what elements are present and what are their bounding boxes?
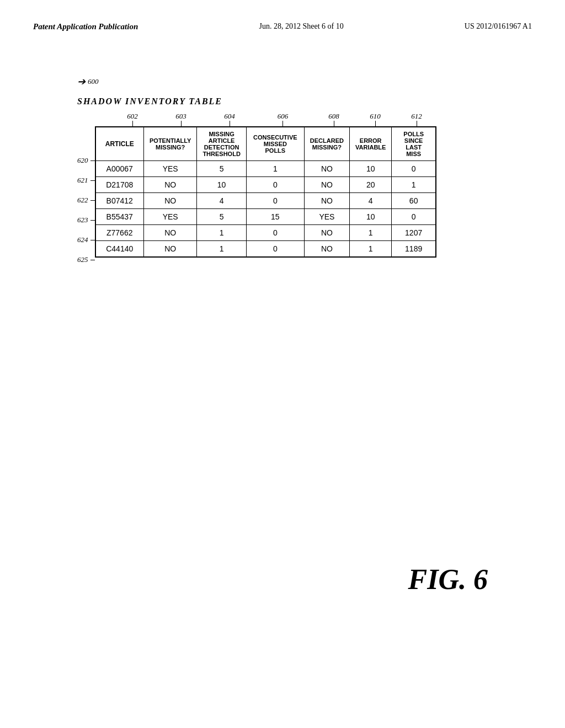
- header-potentially-missing: POTENTIALLYMISSING?: [144, 127, 197, 161]
- header-center: Jun. 28, 2012 Sheet 6 of 10: [259, 22, 343, 31]
- outer-ref-label: 600: [88, 77, 99, 86]
- cell-consecutive-2: 0: [246, 193, 304, 209]
- row-label-625: 625: [77, 250, 90, 270]
- cell-error-3: 10: [349, 209, 391, 225]
- header-consecutive: CONSECUTIVEMISSEDPOLLS: [246, 127, 304, 161]
- publication-title: Patent Application Publication: [33, 22, 138, 31]
- col-ref-604: 604: [205, 112, 254, 126]
- cell-threshold-3: 5: [197, 209, 246, 225]
- cell-article-1: D21708: [95, 177, 144, 193]
- row-label-621: 621: [77, 170, 90, 190]
- cell-polls-3: 0: [392, 209, 436, 225]
- cell-consecutive-3: 15: [246, 209, 304, 225]
- cell-error-0: 10: [349, 161, 391, 177]
- cell-pot-missing-3: YES: [144, 209, 197, 225]
- table-row: Z77662 NO 1 0 NO 1 1207: [95, 225, 436, 241]
- fig-label: FIG. 6: [408, 563, 488, 596]
- outer-ref-600: ➔ 600: [77, 76, 532, 88]
- cell-consecutive-1: 0: [246, 177, 304, 193]
- header-threshold: MISSINGARTICLEDETECTIONTHRESHOLD: [197, 127, 246, 161]
- col-ref-606: 606: [254, 112, 312, 126]
- cell-error-1: 20: [349, 177, 391, 193]
- cell-article-0: A00067: [95, 161, 144, 177]
- col-ref-608: 608: [312, 112, 356, 126]
- row-label-620: 620: [77, 151, 90, 170]
- cell-declared-0: NO: [304, 161, 349, 177]
- cell-polls-5: 1189: [392, 241, 436, 258]
- cell-threshold-4: 1: [197, 225, 246, 241]
- table-row: B07412 NO 4 0 NO 4 60: [95, 193, 436, 209]
- cell-threshold-0: 5: [197, 161, 246, 177]
- row-label-623: 623: [77, 210, 90, 230]
- cell-pot-missing-4: NO: [144, 225, 197, 241]
- header-left: Patent Application Publication: [33, 22, 138, 31]
- header-declared: DECLAREDMISSING?: [304, 127, 349, 161]
- table-row: A00067 YES 5 1 NO 10 0: [95, 161, 436, 177]
- header-article: ARTICLE: [95, 127, 144, 161]
- row-label-624: 624: [77, 230, 90, 250]
- cell-threshold-1: 10: [197, 177, 246, 193]
- cell-declared-5: NO: [304, 241, 349, 258]
- cell-declared-3: YES: [304, 209, 349, 225]
- row-labels: 620 621 622 623 624 625: [77, 126, 90, 270]
- cell-consecutive-0: 1: [246, 161, 304, 177]
- cell-article-2: B07412: [95, 193, 144, 209]
- cell-polls-2: 60: [392, 193, 436, 209]
- cell-error-2: 4: [349, 193, 391, 209]
- cell-consecutive-5: 0: [246, 241, 304, 258]
- arrow-icon: ➔: [77, 76, 86, 88]
- cell-polls-1: 1: [392, 177, 436, 193]
- header-error: ERRORVARIABLE: [349, 127, 391, 161]
- cell-pot-missing-2: NO: [144, 193, 197, 209]
- cell-declared-4: NO: [304, 225, 349, 241]
- cell-article-4: Z77662: [95, 225, 144, 241]
- cell-article-3: B55437: [95, 209, 144, 225]
- diagram-area: ➔ 600 SHADOW INVENTORY TABLE 602 603 60: [77, 76, 532, 270]
- cell-consecutive-4: 0: [246, 225, 304, 241]
- cell-pot-missing-0: YES: [144, 161, 197, 177]
- cell-declared-1: NO: [304, 177, 349, 193]
- cell-polls-4: 1207: [392, 225, 436, 241]
- header: Patent Application Publication Jun. 28, …: [33, 22, 532, 31]
- publication-number: US 2012/0161967 A1: [465, 22, 532, 30]
- col-ref-612: 612: [395, 112, 439, 126]
- col-ref-602: 602: [108, 112, 157, 126]
- cell-error-4: 1: [349, 225, 391, 241]
- table-container: 620 621 622 623 624 625: [77, 126, 532, 270]
- table-title: SHADOW INVENTORY TABLE: [77, 97, 532, 106]
- cell-threshold-5: 1: [197, 241, 246, 258]
- cell-declared-2: NO: [304, 193, 349, 209]
- publication-date: Jun. 28, 2012 Sheet 6 of 10: [259, 22, 343, 30]
- cell-polls-0: 0: [392, 161, 436, 177]
- cell-pot-missing-1: NO: [144, 177, 197, 193]
- col-ref-603: 603: [157, 112, 205, 126]
- table-row: D21708 NO 10 0 NO 20 1: [95, 177, 436, 193]
- header-polls-since: POLLSSINCELAST MISS: [392, 127, 436, 161]
- cell-threshold-2: 4: [197, 193, 246, 209]
- cell-article-5: C44140: [95, 241, 144, 258]
- row-label-622: 622: [77, 190, 90, 210]
- table-row: B55437 YES 5 15 YES 10 0: [95, 209, 436, 225]
- cell-pot-missing-5: NO: [144, 241, 197, 258]
- inventory-table: ARTICLE POTENTIALLYMISSING? MISSINGARTIC…: [95, 126, 436, 258]
- col-ref-610: 610: [356, 112, 395, 126]
- table-row: C44140 NO 1 0 NO 1 1189: [95, 241, 436, 258]
- header-right: US 2012/0161967 A1: [465, 22, 532, 31]
- page: Patent Application Publication Jun. 28, …: [0, 0, 565, 728]
- cell-error-5: 1: [349, 241, 391, 258]
